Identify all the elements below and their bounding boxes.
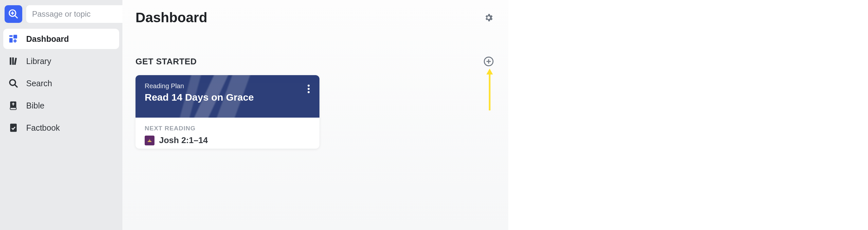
sidebar-item-label: Bible: [26, 101, 44, 110]
svg-point-21: [308, 91, 310, 93]
factbook-icon: [8, 122, 19, 133]
reading-reference: Josh 2:1–14: [159, 135, 208, 145]
library-icon: [8, 55, 19, 67]
svg-rect-9: [14, 58, 17, 65]
svg-marker-23: [486, 69, 493, 75]
sidebar-item-search[interactable]: Search: [3, 73, 119, 93]
sidebar-item-dashboard[interactable]: Dashboard: [3, 29, 119, 49]
svg-line-11: [15, 85, 17, 87]
card-body: NEXT READING Josh 2:1–14: [135, 118, 319, 149]
card-title: Read 14 Days on Grace: [145, 92, 310, 103]
svg-line-1: [15, 15, 18, 18]
empty-right-region: [508, 0, 868, 230]
svg-point-20: [308, 88, 310, 90]
main-content: Dashboard GET STARTED Reading Plan Read …: [122, 0, 508, 230]
sidebar-item-bible[interactable]: Bible: [3, 95, 119, 116]
svg-rect-8: [12, 58, 14, 65]
page-title: Dashboard: [135, 10, 207, 26]
settings-button[interactable]: [482, 11, 495, 24]
svg-rect-4: [9, 35, 13, 37]
reading-row[interactable]: Josh 2:1–14: [145, 135, 310, 145]
app-logo-icon[interactable]: [5, 5, 22, 23]
svg-rect-5: [13, 35, 17, 39]
sidebar-item-label: Factbook: [26, 123, 60, 132]
dashboard-icon: [8, 33, 19, 44]
card-subtitle: Reading Plan: [145, 82, 310, 90]
svg-rect-7: [10, 58, 11, 65]
next-reading-label: NEXT READING: [145, 125, 310, 132]
annotation-arrow: [485, 69, 495, 111]
gear-icon: [484, 13, 494, 23]
plus-circle-icon: [484, 56, 494, 67]
search-icon: [8, 78, 19, 89]
sidebar-top-row: [3, 3, 119, 27]
sidebar-item-label: Library: [26, 56, 51, 66]
bible-icon: [8, 100, 19, 111]
main-header: Dashboard: [135, 10, 495, 26]
section-header: GET STARTED: [135, 55, 495, 68]
sidebar-item-label: Dashboard: [26, 34, 69, 44]
sidebar: Dashboard Library Search: [0, 0, 122, 230]
sidebar-item-library[interactable]: Library: [3, 51, 119, 71]
sidebar-item-label: Search: [26, 79, 52, 88]
add-card-button[interactable]: [482, 55, 495, 68]
svg-rect-6: [9, 38, 13, 43]
book-badge-icon: [145, 136, 154, 145]
svg-point-10: [10, 80, 16, 86]
section-title: GET STARTED: [135, 56, 197, 67]
svg-point-19: [308, 85, 310, 86]
card-menu-button[interactable]: [304, 82, 314, 95]
card-banner: Reading Plan Read 14 Days on Grace: [135, 75, 319, 118]
svg-rect-15: [10, 124, 17, 132]
sidebar-item-factbook[interactable]: Factbook: [3, 118, 119, 138]
search-input[interactable]: [26, 5, 136, 23]
kebab-icon: [307, 84, 310, 94]
reading-plan-card[interactable]: Reading Plan Read 14 Days on Grace NEXT …: [135, 75, 319, 149]
